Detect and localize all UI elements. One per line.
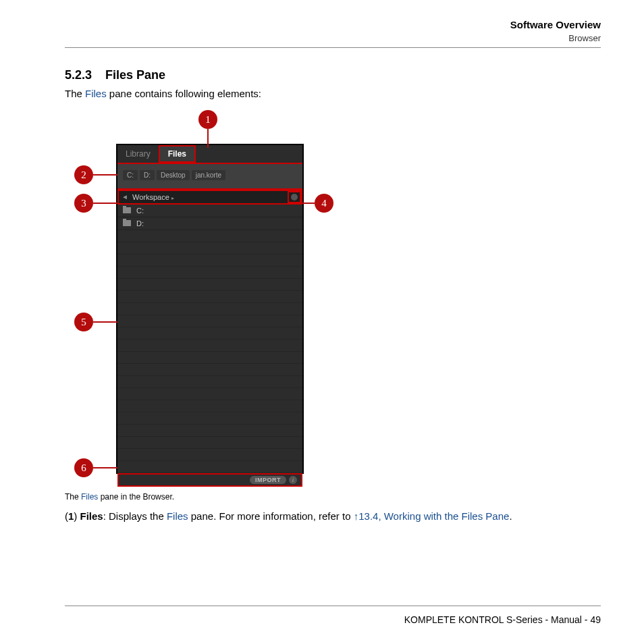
header-rule <box>65 47 601 48</box>
figure-caption: The Files pane in the Browser. <box>65 492 601 502</box>
list-item[interactable]: D: <box>117 217 302 230</box>
import-button[interactable]: IMPORT <box>250 476 286 484</box>
page-header: Software Overview Browser <box>65 19 601 52</box>
callout-3: 3 <box>74 194 93 213</box>
tab-files[interactable]: Files <box>159 145 196 163</box>
file-list: C: D: <box>117 205 302 473</box>
footer-text: KOMPLETE KONTROL S-Series - Manual - 49 <box>65 614 601 625</box>
favorite-desktop[interactable]: Desktop <box>157 170 190 180</box>
folder-icon <box>123 207 131 213</box>
section-heading: 5.2.3Files Pane <box>65 68 601 82</box>
list-item[interactable]: C: <box>117 205 302 217</box>
control-bar: IMPORT i <box>117 473 302 487</box>
callout-5-lead <box>93 321 117 323</box>
header-chapter: Software Overview <box>65 19 601 30</box>
favorites-bar: C:D:Desktopjan.korte <box>117 163 302 190</box>
nav-back-icon[interactable]: ◄ <box>119 193 131 200</box>
callout-6: 6 <box>74 458 93 477</box>
figure: 1 2 3 4 5 6 Library Files C:D:Desktopjan… <box>65 110 389 488</box>
favorite-d[interactable]: D: <box>140 170 155 180</box>
callout-2-lead <box>93 174 117 176</box>
callout-5: 5 <box>74 313 93 331</box>
callout-4: 4 <box>315 194 333 213</box>
favorite-c[interactable]: C: <box>123 170 138 180</box>
info-icon[interactable]: i <box>289 476 297 484</box>
header-section: Browser <box>65 33 601 43</box>
callout-2: 2 <box>74 165 93 184</box>
chevron-right-icon: ▸ <box>171 195 174 201</box>
folder-icon <box>123 220 131 226</box>
intro-paragraph: The Files pane contains following elemen… <box>65 86 601 102</box>
favorite-user[interactable]: jan.korte <box>192 170 225 180</box>
section-number: 5.2.3 <box>65 68 105 82</box>
tab-library[interactable]: Library <box>117 145 159 163</box>
location-bar: ◄ Workspace▸ <box>117 190 302 205</box>
description-paragraph: (1) Files: Displays the Files pane. For … <box>65 508 601 524</box>
callout-3-lead <box>93 203 117 204</box>
callout-1-lead <box>207 129 209 148</box>
empty-list-area <box>117 230 302 473</box>
location-path[interactable]: Workspace▸ <box>131 193 286 201</box>
recent-locations-button[interactable] <box>288 191 301 203</box>
clock-icon <box>291 194 298 200</box>
callout-1: 1 <box>198 110 217 129</box>
files-pane-screenshot: Library Files C:D:Desktopjan.korte ◄ Wor… <box>116 144 304 474</box>
section-title: Files Pane <box>105 68 165 82</box>
callout-4-lead <box>302 203 315 204</box>
footer-rule <box>65 606 601 606</box>
callout-6-lead <box>93 467 117 468</box>
files-label: Files <box>85 88 107 99</box>
cross-reference-link[interactable]: ↑13.4, Working with the Files Pane <box>354 510 510 522</box>
tab-row: Library Files <box>117 145 302 163</box>
page-footer: KOMPLETE KONTROL S-Series - Manual - 49 <box>65 600 601 625</box>
